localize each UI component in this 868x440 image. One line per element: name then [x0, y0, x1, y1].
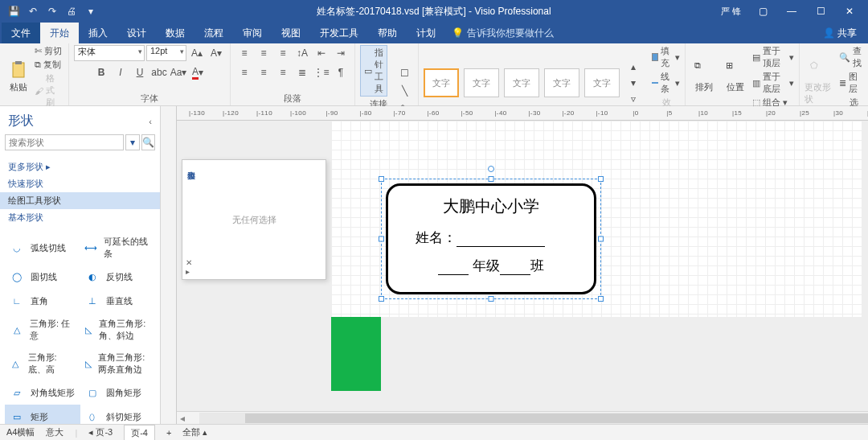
- align-right-icon[interactable]: ≡: [274, 64, 292, 80]
- tab-data[interactable]: 数据: [156, 23, 194, 43]
- minimize-icon[interactable]: —: [778, 2, 805, 20]
- shape-arc-tangent[interactable]: ◡弧线切线: [5, 231, 80, 265]
- shape-rounded-rect[interactable]: ▢圆角矩形: [80, 380, 156, 405]
- resize-handle-w[interactable]: [379, 236, 384, 242]
- tab-process[interactable]: 流程: [194, 23, 233, 43]
- align-top-icon[interactable]: ≡: [235, 45, 253, 61]
- taskpane-close-icon[interactable]: ✕▸: [186, 258, 192, 276]
- green-rectangle-shape[interactable]: [331, 317, 381, 391]
- cut-button[interactable]: ✄ 剪切: [35, 45, 63, 57]
- shape-triangle-any[interactable]: △三角形: 任意: [5, 313, 80, 347]
- style-preset-5[interactable]: 文字: [584, 68, 620, 97]
- align-center-icon[interactable]: ≡: [255, 64, 272, 80]
- indent-dec-icon[interactable]: ⇤: [313, 45, 330, 61]
- pointer-tool-button[interactable]: ▭ 指针工具: [360, 45, 387, 97]
- page-tab-active[interactable]: 页-4: [124, 425, 155, 440]
- status-all-pages[interactable]: 全部 ▴: [182, 426, 207, 438]
- bring-front-button[interactable]: ▤ 置于顶层 ▾: [752, 45, 794, 69]
- shape-triangle-base[interactable]: △三角形: 底、高: [5, 347, 80, 380]
- text-highlight-button[interactable]: Aa▾: [170, 64, 187, 80]
- shapes-collapse-icon[interactable]: ‹: [149, 117, 152, 126]
- shapes-search-button[interactable]: 🔍: [141, 134, 156, 150]
- shape-diagonal-rect[interactable]: ▱对角线矩形: [5, 380, 80, 405]
- justify-icon[interactable]: ≣: [293, 64, 311, 80]
- status-page-size[interactable]: A4横幅: [6, 426, 35, 438]
- redo-icon[interactable]: ↷: [43, 2, 61, 20]
- format-painter-button[interactable]: 🖌 格式刷: [35, 72, 63, 109]
- more-shapes-link[interactable]: 更多形状 ▸: [8, 158, 152, 175]
- undo-icon[interactable]: ↶: [24, 2, 42, 20]
- resize-handle-sw[interactable]: [379, 296, 384, 302]
- shape-circle-tangent[interactable]: ◯圆切线: [5, 265, 80, 289]
- tab-help[interactable]: 帮助: [368, 23, 407, 43]
- ribbon-options-icon[interactable]: ▢: [749, 2, 776, 20]
- tab-insert[interactable]: 插入: [79, 23, 117, 43]
- tab-review[interactable]: 审阅: [233, 23, 272, 43]
- bullets-icon[interactable]: ⋮≡: [313, 64, 330, 80]
- shapes-search-input[interactable]: [5, 134, 124, 150]
- copy-button[interactable]: ⧉ 复制: [35, 59, 63, 71]
- shape-extendable-line[interactable]: ⟷可延长的线条: [80, 231, 156, 265]
- align-middle-icon[interactable]: ≡: [255, 45, 272, 61]
- category-drawing-tools[interactable]: 绘图工具形状: [0, 192, 160, 209]
- style-preset-3[interactable]: 文字: [504, 68, 539, 97]
- font-color-button[interactable]: A▾: [189, 64, 207, 80]
- fill-button[interactable]: 填充 ▾: [652, 45, 680, 69]
- arrange-button[interactable]: ⧉排列: [690, 60, 719, 93]
- shapes-search-dropdown-icon[interactable]: ▾: [125, 134, 140, 150]
- resize-handle-nw[interactable]: [379, 176, 384, 182]
- align-bottom-icon[interactable]: ≡: [274, 45, 292, 61]
- save-icon[interactable]: 💾: [5, 2, 23, 20]
- send-back-button[interactable]: ▥ 置于底层 ▾: [752, 71, 794, 95]
- rotation-handle[interactable]: [488, 166, 494, 172]
- align-left-icon[interactable]: ≡: [235, 64, 253, 80]
- indent-inc-icon[interactable]: ⇥: [332, 45, 350, 61]
- style-preset-1[interactable]: 文字: [424, 68, 459, 97]
- shape-perpendicular[interactable]: ⊥垂直线: [80, 289, 156, 313]
- tab-home[interactable]: 开始: [40, 23, 79, 43]
- style-preset-2[interactable]: 文字: [464, 68, 499, 97]
- category-basic-shapes[interactable]: 基本形状: [8, 209, 152, 226]
- shape-chamfer-rect[interactable]: ⬯斜切矩形: [80, 405, 156, 424]
- resize-handle-s[interactable]: [489, 296, 494, 302]
- italic-button[interactable]: I: [112, 64, 129, 80]
- rectangle-tool-icon[interactable]: ☐: [395, 65, 413, 81]
- share-button[interactable]: 👤 共享: [812, 23, 868, 43]
- resize-handle-se[interactable]: [598, 296, 604, 302]
- shape-right-triangle-hyp[interactable]: ◺直角三角形: 角、斜边: [80, 313, 156, 347]
- find-button[interactable]: 🔍 查找 ▾: [839, 45, 868, 69]
- resize-handle-e[interactable]: [598, 236, 604, 242]
- position-button[interactable]: ⊞位置: [722, 60, 750, 93]
- font-size-select[interactable]: 12pt: [146, 45, 186, 61]
- grow-font-icon[interactable]: A▴: [188, 45, 206, 61]
- add-page-button[interactable]: +: [166, 428, 171, 438]
- orientation-icon[interactable]: ↕A: [293, 45, 311, 61]
- qat-more-icon[interactable]: 🖨: [63, 2, 80, 20]
- font-name-select[interactable]: 宋体: [74, 45, 145, 61]
- quick-shapes-link[interactable]: 快速形状: [8, 175, 152, 192]
- bold-button[interactable]: B: [92, 64, 110, 80]
- shape-rectangle[interactable]: ▭矩形: [5, 405, 80, 424]
- horizontal-scrollbar[interactable]: ◂▸: [177, 411, 868, 424]
- selected-label-shape[interactable]: 大鹏中心小学 姓名： 年级班: [386, 183, 596, 294]
- user-name[interactable]: 严 锋: [721, 6, 741, 18]
- shrink-font-icon[interactable]: A▾: [207, 45, 225, 61]
- shape-reverse-tangent[interactable]: ◐反切线: [80, 265, 156, 289]
- status-language[interactable]: 意大: [46, 426, 63, 438]
- shape-right-angle[interactable]: ∟直角: [5, 289, 80, 313]
- qat-dropdown-icon[interactable]: ▾: [82, 2, 100, 20]
- size-position-taskpane[interactable]: 大小和位置 无任何选择 ✕▸: [182, 159, 326, 280]
- tab-plan[interactable]: 计划: [407, 23, 445, 43]
- shape-right-triangle-legs[interactable]: ◺直角三角形: 两条直角边: [80, 347, 156, 380]
- tell-me-search[interactable]: 💡 告诉我你想要做什么: [445, 23, 560, 43]
- close-icon[interactable]: ✕: [836, 2, 863, 20]
- tab-design[interactable]: 设计: [117, 23, 156, 43]
- line-spacing-icon[interactable]: ¶: [332, 64, 350, 80]
- strike-button[interactable]: abc: [150, 64, 168, 80]
- tab-developer[interactable]: 开发工具: [310, 23, 368, 43]
- drawing-canvas[interactable]: 大小和位置 无任何选择 ✕▸ 大鹏中心小学: [177, 121, 868, 411]
- style-preset-4[interactable]: 文字: [544, 68, 579, 97]
- tab-view[interactable]: 视图: [272, 23, 310, 43]
- line-button[interactable]: 线条 ▾: [652, 71, 680, 95]
- resize-handle-n[interactable]: [489, 176, 494, 182]
